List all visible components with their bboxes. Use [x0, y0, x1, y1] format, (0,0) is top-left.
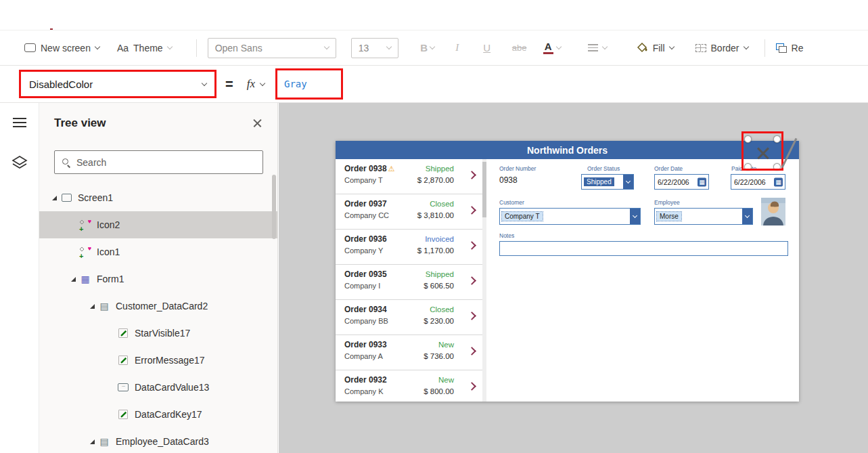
order-list-item[interactable]: Order 0933 New Company A $ 736.00 — [336, 335, 482, 370]
strikethrough-button[interactable]: abe — [507, 43, 532, 53]
tree-item[interactable]: Screen1 — [39, 184, 277, 211]
dropdown-button[interactable] — [742, 209, 752, 224]
formula-text: Gray — [284, 79, 307, 89]
tree-item-list: Screen1 Icon2 Icon1 Form1 Customer_D — [39, 184, 277, 453]
ribbon-toolbar: New screen Theme Open Sans 13 B I U abe … — [0, 30, 868, 66]
formula-input[interactable]: Gray — [275, 68, 343, 100]
order-list-scrollbar[interactable] — [482, 159, 486, 402]
employee-dropdown[interactable]: Morse — [654, 208, 753, 225]
app-screen-preview[interactable]: Northwind Orders Order 0938 Shipped Comp… — [336, 141, 799, 402]
expand-collapse-icon[interactable] — [68, 277, 78, 282]
menu-item[interactable] — [50, 14, 53, 30]
paid-date-picker[interactable]: 6/22/2006 — [731, 174, 785, 190]
order-date-value: 6/22/2006 — [655, 178, 689, 186]
tree-scrollbar-thumb[interactable] — [272, 175, 276, 239]
tree-search-box[interactable] — [54, 150, 263, 174]
order-list-item[interactable]: Order 0938 Shipped Company T $ 2,870.00 — [336, 159, 482, 194]
order-id: Order 0935 — [344, 269, 387, 279]
theme-icon — [117, 43, 129, 53]
expand-collapse-icon[interactable] — [87, 439, 97, 444]
menu-item[interactable] — [73, 14, 76, 30]
order-list-item[interactable]: Order 0932 New Company K $ 800.00 — [336, 370, 482, 402]
chevron-down-icon — [386, 44, 391, 49]
strikethrough-label: abe — [512, 43, 527, 53]
tree-item-label: StarVisible17 — [135, 328, 190, 339]
alignment-button[interactable] — [588, 44, 607, 51]
font-family-select[interactable]: Open Sans — [208, 38, 336, 58]
order-row-top: Order 0937 Closed — [344, 199, 454, 209]
font-color-icon: A — [543, 41, 553, 54]
order-detail-chevron-icon[interactable] — [467, 347, 476, 355]
close-icon[interactable] — [252, 118, 262, 129]
chevron-down-icon — [626, 179, 631, 184]
order-detail-chevron-icon[interactable] — [467, 206, 476, 215]
tree-item[interactable]: Icon1 — [39, 238, 277, 265]
tree-item-type-icon — [116, 354, 130, 366]
calendar-icon[interactable] — [698, 177, 706, 186]
fill-button[interactable]: Fill — [637, 43, 674, 53]
property-dropdown[interactable]: DisabledColor — [19, 70, 216, 98]
font-size-value: 13 — [359, 43, 369, 53]
tree-item[interactable]: ErrorMessage17 — [39, 347, 277, 374]
border-button[interactable]: Border — [695, 43, 748, 53]
menu-item[interactable] — [119, 14, 122, 30]
tree-item-label: Icon1 — [97, 246, 120, 257]
calendar-icon[interactable] — [774, 177, 783, 186]
order-status-text: Closed — [430, 305, 454, 314]
order-status-label: Order Status — [587, 165, 620, 172]
fx-dropdown[interactable]: fx — [247, 77, 265, 91]
tree-item[interactable]: Employee_DataCard3 — [39, 428, 277, 453]
order-id: Order 0936 — [344, 234, 387, 244]
hamburger-menu-icon[interactable] — [13, 118, 26, 127]
tree-item[interactable]: Form1 — [39, 265, 277, 293]
order-list-item[interactable]: Order 0937 Closed Company CC $ 3,810.00 — [336, 194, 482, 230]
notes-input[interactable] — [499, 241, 788, 256]
tree-view-title: Tree view — [54, 116, 106, 130]
order-amount: $ 736.00 — [424, 352, 454, 360]
tree-view-layers-icon[interactable] — [12, 154, 28, 171]
fx-label: fx — [247, 77, 255, 91]
order-detail-chevron-icon[interactable] — [467, 171, 476, 179]
property-name: DisabledColor — [29, 79, 93, 90]
expand-collapse-icon[interactable] — [49, 196, 60, 200]
menu-item[interactable] — [96, 14, 99, 30]
tree-item-label: Customer_DataCard2 — [116, 301, 208, 311]
order-detail-chevron-icon[interactable] — [467, 241, 476, 250]
scrollbar-thumb[interactable] — [482, 162, 486, 217]
menu-item[interactable] — [27, 14, 30, 30]
chevron-down-icon — [745, 213, 750, 218]
bold-button[interactable]: B — [417, 42, 438, 53]
order-detail-chevron-icon[interactable] — [467, 382, 476, 391]
order-detail-chevron-icon[interactable] — [467, 276, 476, 285]
tree-item[interactable]: DataCardKey17 — [39, 401, 277, 428]
order-amount: $ 230.00 — [424, 317, 454, 325]
order-status-text: Shipped — [426, 165, 454, 173]
order-date-picker[interactable]: 6/22/2006 — [654, 174, 709, 190]
dropdown-button[interactable] — [630, 209, 640, 224]
order-company: Company BB — [344, 317, 388, 325]
order-status-dropdown[interactable]: Shipped — [581, 174, 634, 190]
order-amount: $ 606.50 — [424, 282, 454, 290]
underline-button[interactable]: U — [477, 42, 497, 53]
font-size-select[interactable]: 13 — [351, 38, 398, 58]
dropdown-button[interactable] — [623, 175, 633, 189]
order-detail-chevron-icon[interactable] — [467, 311, 476, 320]
customer-dropdown[interactable]: Company T — [499, 208, 641, 225]
reorder-button[interactable]: Re — [776, 43, 804, 53]
font-color-button[interactable]: A — [543, 41, 561, 54]
search-input[interactable] — [76, 157, 256, 168]
italic-button[interactable]: I — [447, 42, 467, 53]
employee-label: Employee — [654, 199, 680, 206]
order-list-item[interactable]: Order 0935 Shipped Company I $ 606.50 — [336, 265, 482, 300]
tree-item[interactable]: Icon2 — [39, 211, 277, 238]
theme-button[interactable]: Theme — [117, 43, 172, 53]
tree-item[interactable]: StarVisible17 — [39, 320, 277, 347]
new-screen-icon — [24, 43, 36, 52]
tree-item[interactable]: Customer_DataCard2 — [39, 293, 277, 320]
tree-item[interactable]: DataCardValue13 — [39, 374, 277, 401]
order-list-item[interactable]: Order 0934 Closed Company BB $ 230.00 — [336, 300, 482, 335]
order-list-item[interactable]: Order 0936 Invoiced Company Y $ 1,170.00 — [336, 230, 482, 265]
chevron-down-icon — [260, 80, 265, 85]
expand-collapse-icon[interactable] — [87, 304, 97, 309]
new-screen-button[interactable]: New screen — [24, 43, 99, 53]
